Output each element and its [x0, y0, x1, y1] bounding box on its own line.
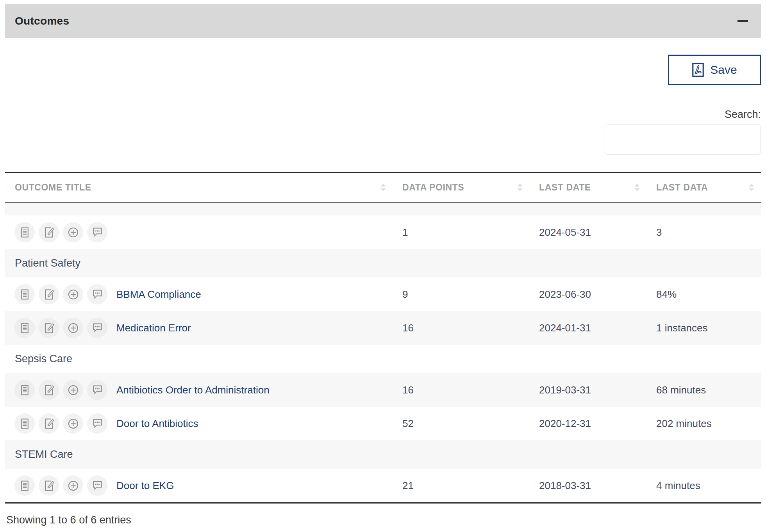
group-row-empty — [5, 203, 761, 215]
sort-arrows-icon — [516, 183, 524, 192]
toolbar: Save — [5, 55, 761, 85]
pdf-icon — [692, 62, 704, 77]
column-header-data-points[interactable]: DATA POINTS — [393, 173, 529, 202]
outcome-title-link[interactable]: Medication Error — [116, 322, 191, 334]
collapse-button[interactable] — [736, 14, 749, 28]
save-button[interactable]: Save — [668, 55, 761, 85]
report-icon[interactable] — [14, 380, 35, 400]
group-label: Sepsis Care — [5, 353, 761, 365]
table-info-text: Showing 1 to 6 of 6 entries — [6, 514, 761, 526]
edit-icon[interactable] — [39, 413, 59, 434]
add-data-icon[interactable] — [63, 318, 83, 338]
last-data-cell: 84% — [646, 288, 761, 301]
table-row: BBMA Compliance 9 2023-06-30 84% — [5, 278, 761, 311]
table-row: Door to EKG 21 2018-03-31 4 minutes — [5, 469, 761, 502]
panel-title: Outcomes — [15, 15, 69, 27]
data-points-cell: 16 — [393, 384, 529, 396]
table-row: 1 2024-05-31 3 — [5, 215, 761, 249]
column-header-last-date[interactable]: LAST DATE — [529, 173, 646, 202]
outcome-title-link[interactable]: Door to EKG — [116, 480, 174, 492]
group-row: Patient Safety — [5, 249, 761, 278]
outcomes-panel: Outcomes Save Search: OUTCOME TITLE DATA… — [0, 4, 766, 532]
add-data-icon[interactable] — [63, 475, 83, 496]
data-points-cell: 9 — [393, 288, 529, 301]
sort-arrows-icon — [379, 183, 387, 192]
report-icon[interactable] — [14, 222, 35, 242]
search-input[interactable] — [605, 125, 761, 155]
comment-icon[interactable] — [87, 284, 107, 304]
column-header-last-data[interactable]: LAST DATA — [646, 173, 761, 202]
last-data-cell: 4 minutes — [646, 480, 761, 492]
last-date-cell: 2024-01-31 — [529, 322, 646, 334]
last-date-cell: 2020-12-31 — [529, 418, 646, 430]
search-area: Search: — [5, 85, 761, 155]
outcome-title-cell: Medication Error — [5, 318, 393, 338]
save-button-label: Save — [710, 63, 737, 77]
edit-icon[interactable] — [39, 222, 59, 242]
last-date-cell: 2023-06-30 — [529, 288, 646, 301]
group-label: STEMI Care — [5, 448, 761, 461]
outcome-title-cell — [5, 222, 393, 242]
comment-icon[interactable] — [87, 318, 107, 338]
last-date-cell: 2024-05-31 — [529, 226, 646, 238]
add-data-icon[interactable] — [63, 380, 83, 400]
outcome-title-link[interactable]: BBMA Compliance — [116, 288, 201, 301]
outcomes-table: OUTCOME TITLE DATA POINTS LAST DATE LAST… — [5, 172, 761, 504]
column-header-outcome-title[interactable]: OUTCOME TITLE — [5, 173, 393, 202]
edit-icon[interactable] — [39, 475, 59, 496]
table-body: 1 2024-05-31 3 Patient Safety BBMA Compl… — [5, 203, 761, 504]
table-header-row: OUTCOME TITLE DATA POINTS LAST DATE LAST… — [5, 172, 761, 203]
table-row: Antibiotics Order to Administration 16 2… — [5, 373, 761, 407]
group-row: STEMI Care — [5, 440, 761, 469]
report-icon[interactable] — [14, 284, 35, 304]
minus-icon — [737, 20, 748, 22]
outcome-title-cell: Antibiotics Order to Administration — [5, 380, 393, 400]
data-points-cell: 21 — [393, 480, 529, 492]
comment-icon[interactable] — [87, 222, 107, 242]
outcome-title-link[interactable]: Antibiotics Order to Administration — [116, 384, 270, 396]
edit-icon[interactable] — [39, 318, 59, 338]
table-row: Medication Error 16 2024-01-31 1 instanc… — [5, 311, 761, 345]
group-row: Sepsis Care — [5, 345, 761, 373]
outcome-title-link[interactable]: Door to Antibiotics — [116, 418, 198, 430]
search-label: Search: — [725, 109, 761, 121]
add-data-icon[interactable] — [63, 222, 83, 242]
add-data-icon[interactable] — [63, 284, 83, 304]
table-row: Door to Antibiotics 52 2020-12-31 202 mi… — [5, 407, 761, 440]
data-points-cell: 1 — [393, 226, 529, 238]
last-data-cell: 202 minutes — [646, 418, 761, 430]
data-points-cell: 52 — [393, 418, 529, 430]
comment-icon[interactable] — [87, 380, 107, 400]
sort-arrows-icon — [633, 183, 641, 192]
edit-icon[interactable] — [39, 380, 59, 400]
outcome-title-cell: Door to Antibiotics — [5, 413, 393, 434]
edit-icon[interactable] — [39, 284, 59, 304]
last-data-cell: 68 minutes — [646, 384, 761, 396]
last-date-cell: 2019-03-31 — [529, 384, 646, 396]
last-date-cell: 2018-03-31 — [529, 480, 646, 492]
report-icon[interactable] — [14, 318, 35, 338]
add-data-icon[interactable] — [63, 413, 83, 434]
group-label: Patient Safety — [5, 257, 761, 269]
outcome-title-cell: BBMA Compliance — [5, 284, 393, 304]
report-icon[interactable] — [14, 475, 35, 496]
comment-icon[interactable] — [87, 475, 107, 496]
report-icon[interactable] — [14, 413, 35, 434]
last-data-cell: 1 instances — [646, 322, 761, 334]
data-points-cell: 16 — [393, 322, 529, 334]
outcome-title-cell: Door to EKG — [5, 475, 393, 496]
comment-icon[interactable] — [87, 413, 107, 434]
sort-arrows-icon — [748, 183, 755, 192]
panel-header: Outcomes — [5, 4, 761, 38]
last-data-cell: 3 — [646, 226, 761, 238]
